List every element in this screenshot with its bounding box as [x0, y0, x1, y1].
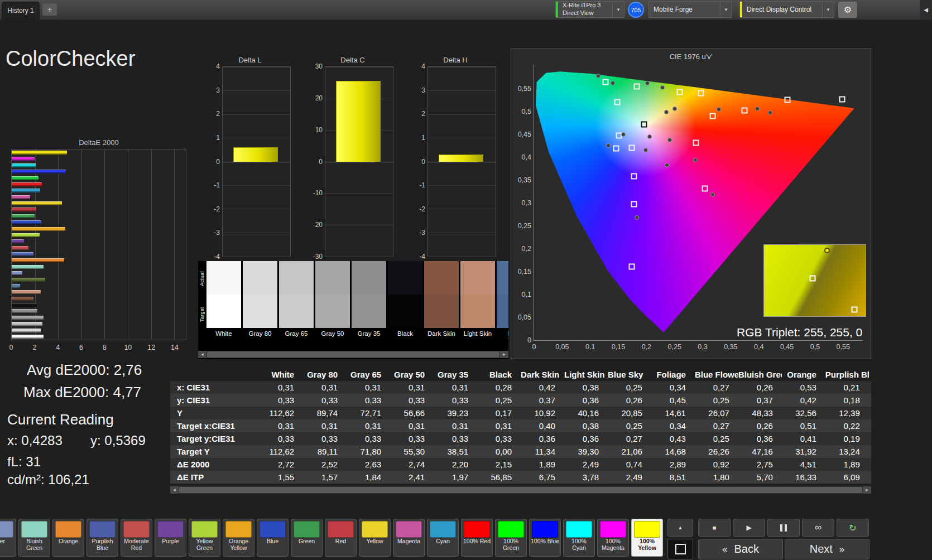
axis-tick: -2: [208, 205, 220, 213]
swatch-scrollbar[interactable]: ◄ ►: [198, 351, 508, 358]
cie-target-marker: [631, 173, 637, 180]
back-button[interactable]: « Back: [698, 539, 783, 559]
patch-button-moderate-red[interactable]: Moderate Red: [121, 519, 152, 557]
scroll-left-icon[interactable]: ◄: [170, 486, 179, 494]
table-cell: 21,03: [869, 445, 871, 458]
axis-tick: 0,45: [780, 343, 794, 351]
scroll-right-icon[interactable]: ►: [500, 351, 508, 358]
swatch-label: Gray 65: [279, 328, 314, 344]
axis-tick: 6: [79, 344, 83, 351]
gear-icon[interactable]: ⚙: [838, 2, 857, 18]
patch-button-orange[interactable]: Orange: [52, 519, 84, 557]
display-square-icon: [675, 544, 686, 554]
table-cell: 0,31: [434, 381, 477, 394]
patch-button-blue[interactable]: Blue: [257, 519, 289, 557]
cie-target-marker: [839, 96, 845, 102]
axis-tick: 0,2: [642, 343, 651, 351]
patch-swatch: [600, 521, 626, 538]
patch-button-wer[interactable]: wer: [0, 519, 16, 557]
history-tab[interactable]: History 1: [2, 2, 40, 20]
column-header-gray-50: Gray 50: [390, 368, 434, 381]
table-cell: 0,25: [695, 432, 738, 445]
patch-swatch: [498, 521, 524, 538]
loop-button[interactable]: ↻: [837, 519, 869, 537]
workflow-dropdown[interactable]: Direct Display Control ▼: [739, 1, 834, 18]
pause-button[interactable]: [767, 519, 800, 537]
cie-measurement-dot: [717, 107, 721, 112]
patch-label: Purple: [155, 538, 186, 545]
patch-button-cyan[interactable]: Cyan: [427, 519, 459, 557]
table-cell: 0,31: [477, 419, 521, 432]
scrollbar-thumb[interactable]: [207, 351, 499, 358]
patch-button-yellow-green[interactable]: Yellow Green: [189, 519, 220, 557]
patch-button-bluish-green[interactable]: Bluish Green: [18, 519, 50, 557]
swatch-light-skin: Light Skin: [460, 261, 495, 344]
swatch-target: [460, 295, 495, 328]
table-cell: 3,78: [564, 471, 608, 484]
deltae-bar-black: [12, 303, 37, 307]
scrollbar-thumb[interactable]: [179, 487, 862, 493]
table-cell: 13,24: [825, 445, 869, 458]
meter-dropdown[interactable]: X-Rite i1Pro 3 Direct View ▼: [555, 1, 624, 18]
collapse-panel-icon[interactable]: ◀: [920, 0, 932, 20]
display-window-button[interactable]: [667, 539, 693, 559]
gridline: [428, 138, 496, 138]
table-cell: 0,31: [260, 419, 303, 432]
table-cell: 0,00: [477, 445, 521, 458]
patch-button-100-blue[interactable]: 100% Blue: [529, 519, 561, 557]
table-cell: 0,31: [434, 419, 477, 432]
table-cell: 39,30: [564, 445, 608, 458]
gridline: [428, 162, 496, 162]
table-cell: 0,31: [869, 394, 871, 407]
play-button[interactable]: ▶: [733, 519, 765, 537]
patch-button-100-green[interactable]: 100% Green: [495, 519, 527, 557]
scroll-right-icon[interactable]: ►: [863, 486, 871, 494]
table-cell: 2,49: [564, 458, 608, 471]
table-cell: 12,39: [825, 407, 869, 419]
patch-button-orange-yellow[interactable]: Orange Yellow: [223, 519, 254, 557]
table-cell: 0,33: [260, 432, 303, 445]
patch-count-badge[interactable]: 705: [628, 2, 644, 18]
stop-button[interactable]: ■: [698, 519, 731, 537]
patch-button-green[interactable]: Green: [291, 519, 323, 557]
patch-button-100-yellow[interactable]: 100% Yellow: [631, 519, 663, 557]
table-cell: 20,85: [608, 407, 651, 419]
table-cell: 6,09: [825, 471, 869, 484]
column-header-gray-80: Gray 80: [303, 368, 347, 381]
patch-button-yellow[interactable]: Yellow: [359, 519, 391, 557]
axis-tick: 2: [413, 110, 425, 118]
patch-button-100-cyan[interactable]: 100% Cyan: [563, 519, 595, 557]
table-cell: 1,46: [869, 458, 871, 471]
scroll-left-icon[interactable]: ◄: [198, 351, 206, 358]
row-label: y: CIE31: [170, 394, 260, 407]
patch-button-100-magenta[interactable]: 100% Magenta: [597, 519, 629, 557]
continuous-read-button[interactable]: ∞: [802, 519, 834, 537]
patch-button-100-red[interactable]: 100% Red: [461, 519, 493, 557]
table-cell: 6,75: [521, 471, 564, 484]
axis-tick: 3: [413, 86, 425, 94]
source-dropdown[interactable]: Mobile Forge ▼: [648, 1, 732, 18]
table-cell: 2,20: [434, 458, 477, 471]
scroll-up-button[interactable]: ▲: [667, 519, 693, 537]
table-cell: 31,92: [782, 445, 825, 458]
next-button[interactable]: Next »: [785, 539, 869, 559]
chevron-down-icon: ▼: [822, 2, 834, 17]
column-header-white: White: [260, 368, 303, 381]
patch-button-red[interactable]: Red: [325, 519, 357, 557]
table-cell: 0,41: [782, 432, 825, 445]
inset-marker: [810, 276, 816, 282]
table-cell: 71,80: [347, 445, 390, 458]
column-header-blue-flower: Blue Flower: [695, 368, 738, 381]
deltae-bar-blue-sky: [12, 284, 20, 288]
patch-button-magenta[interactable]: Magenta: [393, 519, 425, 557]
add-tab-button[interactable]: +: [42, 3, 57, 16]
row-label: Target x:CIE31: [170, 419, 260, 432]
table-scrollbar[interactable]: ◄ ►: [170, 486, 871, 494]
cie-diagram-panel: CIE 1976 u'v' 00,050,10,150,20,250,30,35…: [511, 49, 871, 359]
patch-button-purplish-blue[interactable]: Purplish Blue: [87, 519, 118, 557]
patch-button-purple[interactable]: Purple: [155, 519, 186, 557]
swatch-white: White: [206, 261, 241, 344]
delta-h-chart: Delta H 43210-1-2-3-4: [413, 56, 498, 263]
table-cell: 55,30: [390, 445, 434, 458]
deltae-bar-cyan: [12, 189, 40, 192]
